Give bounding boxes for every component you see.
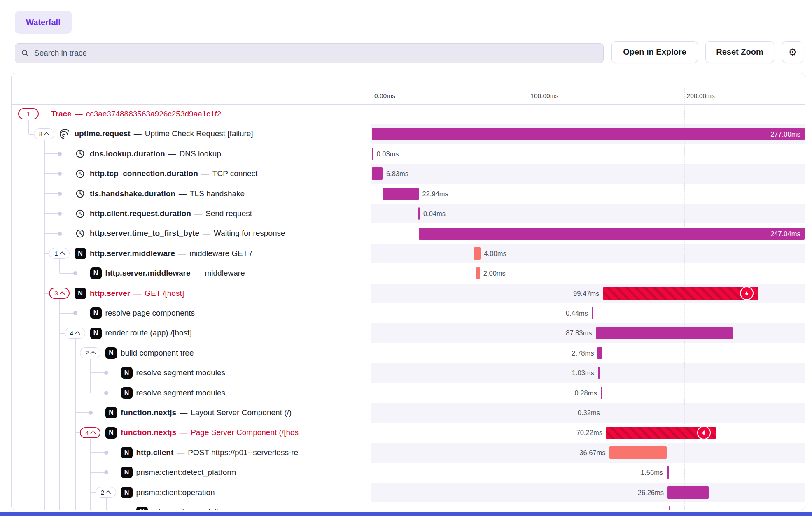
- badge-count: 3: [54, 290, 58, 297]
- toolbar: Waterfall Open in Explore Reset Zoom ⚙: [0, 0, 812, 73]
- badge-count: 1: [27, 110, 30, 117]
- reset-zoom-label: Reset Zoom: [716, 47, 763, 57]
- chevron-up-icon: [105, 490, 111, 496]
- collapse-badge-http-server-get-host[interactable]: 3: [49, 288, 70, 299]
- nextjs-icon: N: [105, 347, 117, 359]
- nextjs-icon: N: [121, 447, 133, 458]
- panel-chrome-layer: 0.00ms100.00ms200.00ms: [12, 73, 805, 510]
- clock-icon: [74, 208, 86, 219]
- nextjs-icon: N: [121, 367, 133, 379]
- chevron-up-icon: [44, 132, 49, 138]
- search-box[interactable]: [15, 43, 604, 63]
- collapse-badge-page-server-component[interactable]: 4: [80, 427, 100, 438]
- search-input[interactable]: [33, 48, 597, 58]
- nextjs-icon: N: [121, 387, 133, 399]
- badge-count: 2: [101, 489, 104, 496]
- nextjs-icon: N: [90, 328, 102, 339]
- chevron-up-icon: [59, 291, 65, 297]
- nextjs-icon: N: [105, 427, 117, 439]
- settings-button[interactable]: ⚙: [782, 41, 803, 63]
- chevron-up-icon: [59, 251, 65, 257]
- clock-icon: [74, 168, 86, 179]
- trace-waterfall-panel: 1Trace—cc3ae3748883563a926c253d9aa1c1f28…: [11, 73, 805, 510]
- tab-waterfall[interactable]: Waterfall: [15, 11, 72, 34]
- bottom-scroll-strip: [0, 512, 812, 516]
- collapse-badge-middleware-get[interactable]: 1: [49, 248, 70, 259]
- clock-icon: [74, 148, 86, 160]
- tab-waterfall-label: Waterfall: [26, 18, 61, 27]
- nextjs-icon: N: [121, 487, 133, 498]
- clock-icon: [74, 188, 86, 200]
- nextjs-icon: N: [90, 307, 102, 319]
- badge-count: 2: [85, 349, 89, 356]
- collapse-badge-build-component-tree[interactable]: 2: [80, 347, 100, 358]
- badge-count: 4: [85, 429, 89, 436]
- tree-waterfall-divider: [371, 73, 371, 510]
- open-in-explore-label: Open in Explore: [623, 47, 686, 57]
- nextjs-icon: N: [90, 267, 102, 279]
- nextjs-icon: N: [75, 248, 86, 259]
- header-bottom-border: [12, 104, 805, 105]
- time-axis-label: 0.00ms: [374, 88, 395, 104]
- clock-icon: [74, 228, 86, 239]
- nextjs-icon: N: [105, 407, 117, 418]
- collapse-badge-prisma-operation[interactable]: 2: [96, 487, 116, 498]
- badge-count: 1: [54, 250, 58, 257]
- collapse-badge-trace[interactable]: 1: [18, 108, 39, 119]
- nextjs-icon: N: [75, 288, 86, 299]
- reset-zoom-button[interactable]: Reset Zoom: [705, 41, 774, 63]
- badge-count: 8: [39, 130, 42, 137]
- time-axis-label: 200.00ms: [687, 88, 715, 104]
- flame-icon: [740, 286, 754, 300]
- collapse-badge-render-route[interactable]: 4: [65, 328, 85, 339]
- search-icon: [21, 49, 29, 57]
- time-axis-label: 100.00ms: [530, 88, 558, 104]
- axis-top-border: [371, 88, 805, 88]
- nextjs-icon: N: [121, 467, 133, 478]
- open-in-explore-button[interactable]: Open in Explore: [611, 41, 698, 63]
- collapse-badge-uptime-request[interactable]: 8: [34, 128, 54, 139]
- badge-count: 4: [70, 330, 73, 337]
- chevron-up-icon: [90, 351, 96, 357]
- chevron-up-icon: [75, 331, 80, 337]
- gear-icon: ⚙: [788, 46, 797, 58]
- chevron-up-icon: [90, 431, 96, 437]
- nextjs-icon: N: [136, 507, 148, 510]
- uptime-icon: [59, 128, 70, 140]
